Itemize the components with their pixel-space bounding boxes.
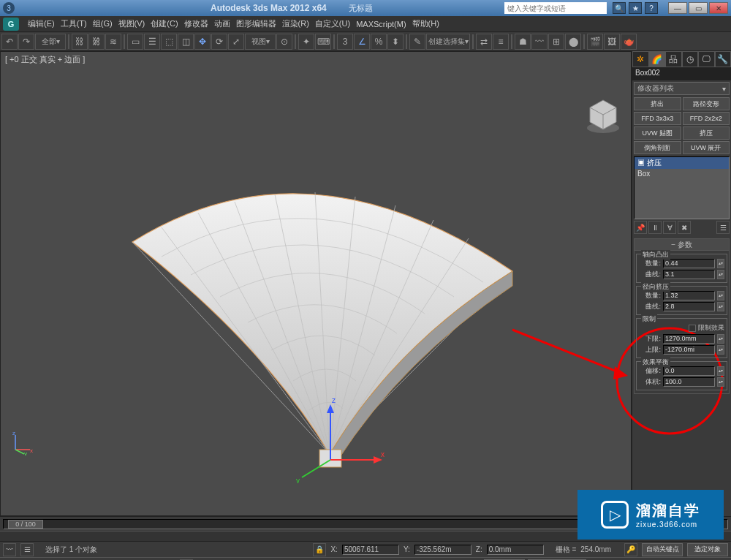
named-sel-edit-icon[interactable]: ✎ (409, 34, 425, 50)
key-toggle-icon[interactable]: 🔑 (624, 543, 637, 556)
material-icon[interactable]: ⬤ (565, 34, 581, 50)
menu-group[interactable]: 组(G) (90, 18, 115, 29)
align-icon[interactable]: ≡ (493, 34, 509, 50)
tab-motion-icon[interactable]: ◷ (682, 51, 699, 67)
named-sel-dropdown[interactable]: 创建选择集 ▾ (426, 34, 470, 50)
stack-item-squeeze[interactable]: ▣ 挤压 (635, 157, 729, 169)
btn-pathdeform[interactable]: 路径变形 (683, 97, 730, 110)
pin-stack-icon[interactable]: 📌 (634, 221, 647, 234)
redo-icon[interactable]: ↷ (18, 34, 34, 50)
angle-snap-icon[interactable]: ∠ (354, 34, 370, 50)
tab-modify-icon[interactable]: 🌈 (649, 51, 666, 67)
spinner-icon[interactable]: ▴▾ (717, 302, 724, 311)
render-setup-icon[interactable]: 🎬 (587, 34, 603, 50)
stack-item-box[interactable]: Box (635, 169, 729, 178)
scale-icon[interactable]: ⤢ (228, 34, 244, 50)
sel-filter-dropdown[interactable]: 全部 ▾ (35, 34, 66, 50)
menu-render[interactable]: 渲染(R) (279, 18, 312, 29)
search-input[interactable] (504, 2, 607, 14)
bias-field[interactable]: 0.0 (663, 366, 715, 376)
viewport[interactable]: [ +0 正交 真实 + 边面 ] (0, 51, 632, 516)
rotate-icon[interactable]: ⟳ (211, 34, 227, 50)
tab-utility-icon[interactable]: 🔧 (715, 51, 732, 67)
btn-bevelprofile[interactable]: 倒角剖面 (634, 141, 681, 154)
link-icon[interactable]: ⛓ (72, 34, 88, 50)
modifier-stack[interactable]: ▣ 挤压 Box (634, 156, 730, 219)
comm-icon[interactable]: ★ (629, 2, 642, 14)
x-coord-field[interactable]: 50067.611 (342, 545, 399, 555)
maximize-button[interactable]: ▭ (689, 2, 708, 14)
viewport-label[interactable]: [ +0 正交 真实 + 边面 ] (5, 54, 85, 65)
max-logo-icon[interactable]: G (3, 18, 19, 31)
btn-uvwmap[interactable]: UVW 贴图 (634, 126, 681, 140)
render-icon[interactable]: 🫖 (621, 34, 637, 50)
menu-tools[interactable]: 工具(T) (58, 18, 90, 29)
btn-ffd3[interactable]: FFD 3x3x3 (634, 112, 681, 125)
volume-field[interactable]: 100.0 (663, 377, 715, 387)
limit-checkbox[interactable] (689, 325, 696, 332)
selset-button[interactable]: 选定对象 (687, 543, 728, 556)
menu-maxscript[interactable]: MAXScript(M) (353, 20, 409, 29)
modifier-list-dropdown[interactable]: 修改器列表▾ (634, 82, 730, 95)
y-coord-field[interactable]: -325.562m (414, 545, 471, 555)
radial-curve-field[interactable]: 2.8 (663, 302, 715, 311)
curve-editor-icon[interactable]: 〰 (531, 34, 548, 50)
close-button[interactable]: ✕ (709, 2, 728, 14)
help-icon[interactable]: 🔍 (613, 2, 626, 14)
track-config-icon[interactable]: ☰ (20, 543, 34, 556)
show-end-icon[interactable]: Ⅱ (648, 221, 662, 234)
spinner-icon[interactable]: ▴▾ (717, 270, 724, 279)
menu-view[interactable]: 视图(V) (115, 18, 148, 29)
undo-icon[interactable]: ↶ (1, 34, 18, 50)
tab-hierarchy-icon[interactable]: 品 (665, 51, 682, 67)
lower-limit-field[interactable]: 1270.0mm (663, 334, 715, 344)
percent-snap-icon[interactable]: % (371, 34, 387, 50)
select-name-icon[interactable]: ☰ (144, 34, 160, 50)
menu-edit[interactable]: 编辑(E) (25, 18, 58, 29)
manip-icon[interactable]: ✦ (298, 34, 314, 50)
schematic-icon[interactable]: ⊞ (548, 34, 564, 50)
snap-icon[interactable]: 3 (337, 34, 353, 50)
spinner-icon[interactable]: ▴▾ (717, 366, 724, 376)
keymode-icon[interactable]: ⌨ (315, 34, 331, 50)
btn-squeeze[interactable]: 挤压 (683, 126, 730, 140)
render-frame-icon[interactable]: 🖼 (604, 34, 620, 50)
menu-help[interactable]: 帮助(H) (409, 18, 442, 29)
spinner-icon[interactable]: ▴▾ (717, 345, 724, 355)
menu-grapheditor[interactable]: 图形编辑器 (233, 18, 279, 29)
radial-amount-field[interactable]: 1.32 (663, 291, 715, 300)
autokey-button[interactable]: 自动关键点 (642, 543, 683, 556)
lock-icon[interactable]: 🔒 (313, 543, 326, 556)
fav-icon[interactable]: ? (645, 2, 658, 14)
tab-display-icon[interactable]: 🖵 (698, 51, 715, 67)
unlink-icon[interactable]: ⛓̸ (88, 34, 105, 50)
mini-curve-icon[interactable]: 〰 (3, 543, 16, 556)
remove-mod-icon[interactable]: ✖ (678, 221, 691, 234)
btn-extrude[interactable]: 挤出 (634, 97, 681, 110)
select-rect-icon[interactable]: ⬚ (161, 34, 177, 50)
object-name-field[interactable]: Box002 (632, 67, 731, 80)
bind-icon[interactable]: ≋ (105, 34, 121, 50)
axial-amount-field[interactable]: 0.44 (663, 259, 715, 268)
window-cross-icon[interactable]: ◫ (178, 34, 194, 50)
spinner-icon[interactable]: ▴▾ (717, 377, 724, 387)
spinner-icon[interactable]: ▴▾ (717, 334, 724, 344)
mirror-icon[interactable]: ⇄ (476, 34, 492, 50)
axial-curve-field[interactable]: 3.1 (663, 270, 715, 279)
btn-uvwunwrap[interactable]: UVW 展开 (683, 141, 730, 154)
menu-modifiers[interactable]: 修改器 (181, 18, 211, 29)
configure-icon[interactable]: ☰ (716, 221, 730, 234)
pivot-icon[interactable]: ⊙ (276, 34, 292, 50)
viewcube-icon[interactable] (583, 96, 624, 137)
select-icon[interactable]: ▭ (127, 34, 143, 50)
spinner-icon[interactable]: ▴▾ (717, 259, 724, 268)
menu-anim[interactable]: 动画 (211, 18, 233, 29)
tab-create-icon[interactable]: ✲ (632, 51, 649, 67)
time-handle[interactable]: 0 / 100 (8, 520, 43, 529)
menu-create[interactable]: 创建(C) (148, 18, 181, 29)
menu-customize[interactable]: 自定义(U) (312, 18, 353, 29)
spinner-icon[interactable]: ▴▾ (717, 291, 724, 300)
rollout-header[interactable]: − 参数 (635, 239, 729, 251)
spinner-snap-icon[interactable]: ⬍ (387, 34, 404, 50)
btn-ffd2[interactable]: FFD 2x2x2 (683, 112, 730, 125)
